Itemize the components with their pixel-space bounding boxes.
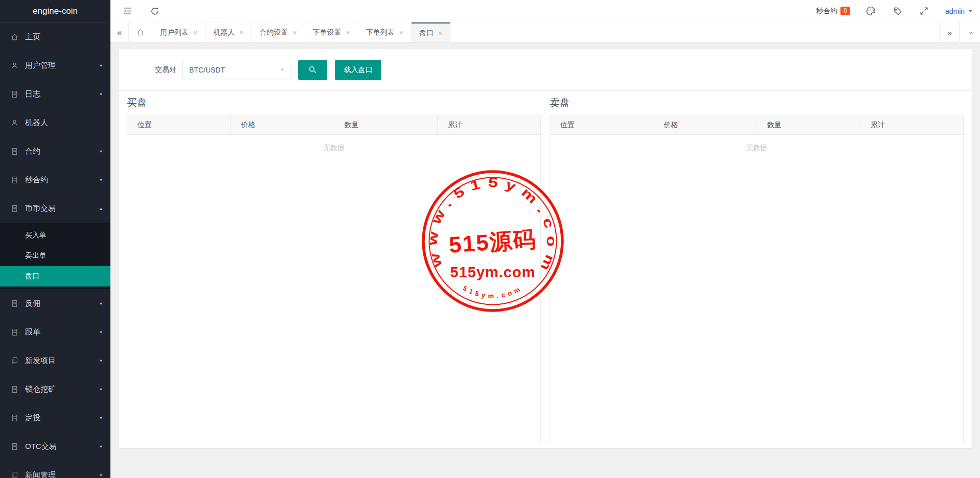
caret-down-icon: ▼ <box>99 178 103 182</box>
tab-home[interactable] <box>129 22 152 42</box>
tab-contract-settings[interactable]: 合约设置 × <box>252 22 305 42</box>
close-icon[interactable]: × <box>292 29 297 36</box>
doc-icon <box>10 299 19 308</box>
layers-icon <box>10 471 19 478</box>
sidebar-item-rebate[interactable]: 反佣 ▼ <box>0 289 110 318</box>
pair-select-value: BTC/USDT <box>189 66 225 74</box>
sidebar-item-lock-mining[interactable]: 锁仓挖矿 ▼ <box>0 375 110 403</box>
doc-icon <box>10 176 19 184</box>
caret-down-icon: ▼ <box>99 92 103 97</box>
chevron-down-icon[interactable] <box>960 22 980 42</box>
caret-up-icon: ▲ <box>99 206 103 211</box>
tab-label: 下单设置 <box>313 28 341 37</box>
sidebar-item-label: 币币交易 <box>25 204 56 213</box>
tab-order-list[interactable]: 下单列表 × <box>358 22 412 42</box>
sell-panel-title: 卖盘 <box>550 91 964 115</box>
sidebar-subitem-buy-orders[interactable]: 买入单 <box>0 225 110 246</box>
chevrons-right-icon[interactable]: » <box>940 22 960 42</box>
sidebar-item-label: 锁仓挖矿 <box>25 385 56 394</box>
column-header: 价格 <box>230 115 333 134</box>
caret-down-icon: ▼ <box>99 301 103 306</box>
sidebar-item-contract[interactable]: 合约 ▼ <box>0 137 110 165</box>
workspace: 交易对 BTC/USDT ▼ 载入盘口 买盘 位置 <box>110 43 980 478</box>
sidebar-item-user-mgmt[interactable]: 用户管理 ▼ <box>0 51 110 80</box>
palette-icon[interactable] <box>865 6 877 17</box>
submenu-label: 买入单 <box>25 231 47 240</box>
sidebar-item-home[interactable]: 主页 <box>0 22 110 51</box>
close-icon[interactable]: × <box>239 29 243 36</box>
tab-label: 下单列表 <box>366 28 395 37</box>
user-icon <box>10 61 19 70</box>
home-icon <box>10 33 19 41</box>
user-icon <box>10 118 19 127</box>
close-icon[interactable]: × <box>346 29 350 36</box>
search-button[interactable] <box>298 60 327 80</box>
doc-icon <box>10 328 19 337</box>
tabbar-spacer <box>450 22 940 42</box>
doc-icon <box>10 204 19 213</box>
topbar-right: 秒合约 0 <box>816 6 973 17</box>
tab-label: 合约设置 <box>259 28 288 37</box>
second-contract-notice[interactable]: 秒合约 0 <box>816 7 850 16</box>
close-icon[interactable]: × <box>438 30 442 37</box>
sidebar: engine-coin 主页 用户管理 ▼ 日志 ▼ 机器人 合约 ▼ 秒合约 … <box>0 0 110 478</box>
sidebar-item-new-projects[interactable]: 新发项目 ▼ <box>0 346 110 375</box>
caret-down-icon: ▼ <box>99 358 103 363</box>
doc-icon <box>10 442 19 451</box>
sidebar-item-auto-invest[interactable]: 定投 ▼ <box>0 403 110 432</box>
column-header: 位置 <box>550 115 653 134</box>
tab-label: 用户列表 <box>160 28 189 37</box>
tab-user-list[interactable]: 用户列表 × <box>152 22 206 42</box>
main-area: 秒合约 0 <box>110 0 980 478</box>
sidebar-item-label: 跟单 <box>25 327 40 337</box>
close-icon[interactable]: × <box>193 29 197 36</box>
refresh-icon[interactable] <box>149 6 161 17</box>
caret-down-icon: ▼ <box>280 67 285 72</box>
column-header: 累计 <box>860 115 963 134</box>
sidebar-item-label: 日志 <box>25 89 40 99</box>
pair-label: 交易对 <box>155 65 176 75</box>
tab-robot[interactable]: 机器人 × <box>206 22 252 42</box>
sidebar-subitem-sell-orders[interactable]: 卖出单 <box>0 246 110 266</box>
topbar: 秒合约 0 <box>110 0 980 22</box>
doc-icon <box>10 90 19 99</box>
column-header: 价格 <box>653 115 756 134</box>
tab-order-settings[interactable]: 下单设置 × <box>305 22 358 42</box>
user-menu[interactable]: admin ▼ <box>945 7 973 15</box>
sidebar-item-coin-trade[interactable]: 币币交易 ▲ <box>0 194 110 223</box>
buy-panel-title: 买盘 <box>127 91 541 115</box>
sidebar-item-robot[interactable]: 机器人 <box>0 108 110 137</box>
sidebar-item-otc-trade[interactable]: OTC交易 ▼ <box>0 432 110 461</box>
sidebar-item-news-mgmt[interactable]: 新闻管理 ▼ <box>0 461 110 478</box>
tab-orderbook[interactable]: 盘口 × <box>412 22 450 42</box>
sidebar-subitem-orderbook[interactable]: 盘口 <box>0 266 110 286</box>
caret-down-icon: ▼ <box>99 63 103 68</box>
column-header: 位置 <box>127 115 230 134</box>
fullscreen-icon[interactable] <box>919 6 930 17</box>
caret-down-icon: ▼ <box>968 9 973 13</box>
sidebar-item-copy-trade[interactable]: 跟单 ▼ <box>0 318 110 346</box>
load-orderbook-button[interactable]: 载入盘口 <box>335 60 381 80</box>
notice-count-badge: 0 <box>840 7 850 15</box>
buy-table-header: 位置 价格 数量 累计 <box>127 115 540 135</box>
sidebar-item-second-contract[interactable]: 秒合约 ▼ <box>0 165 110 194</box>
tab-label: 盘口 <box>419 29 434 38</box>
sidebar-item-label: 新发项目 <box>25 356 56 366</box>
caret-down-icon: ▼ <box>99 149 103 154</box>
tag-icon[interactable] <box>892 6 903 17</box>
brand-title: engine-coin <box>0 0 110 22</box>
doc-icon <box>10 385 19 394</box>
sidebar-item-logs[interactable]: 日志 ▼ <box>0 80 110 108</box>
menu-fold-icon[interactable] <box>122 6 133 17</box>
close-icon[interactable]: × <box>399 29 403 36</box>
chevrons-left-icon[interactable]: « <box>110 22 129 42</box>
orderbook-toolbar: 交易对 BTC/USDT ▼ 载入盘口 <box>119 49 972 91</box>
content-card: 交易对 BTC/USDT ▼ 载入盘口 买盘 位置 <box>119 49 972 448</box>
home-icon <box>136 28 145 37</box>
sell-table: 位置 价格 数量 累计 无数据 <box>550 115 964 443</box>
column-header: 数量 <box>334 115 437 134</box>
username: admin <box>945 7 965 15</box>
pair-select[interactable]: BTC/USDT ▼ <box>183 60 291 80</box>
notice-label: 秒合约 <box>816 7 837 16</box>
sidebar-item-label: 定投 <box>25 413 40 423</box>
